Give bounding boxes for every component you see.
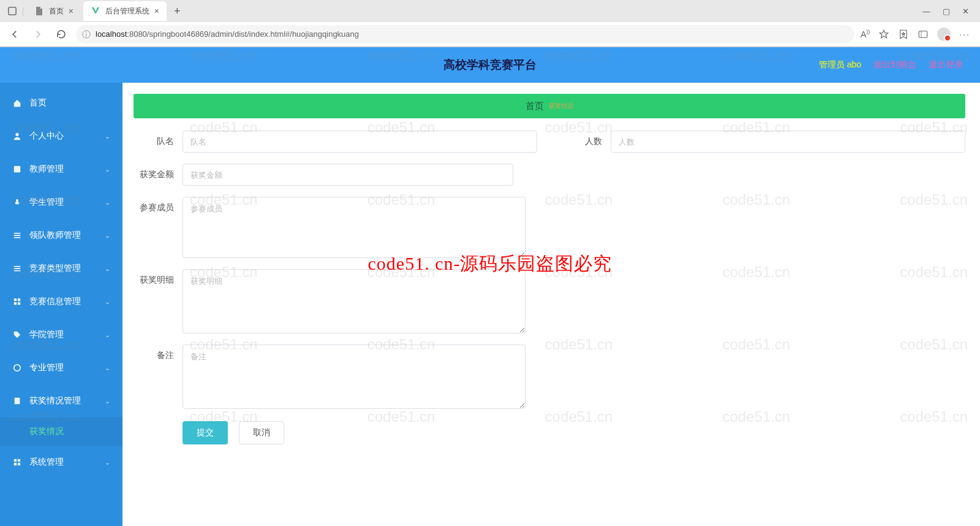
sidebar-item-label: 竞赛类型管理	[29, 263, 81, 274]
label-members: 参赛成员	[134, 197, 183, 213]
refresh-button[interactable]	[53, 26, 70, 43]
input-headcount[interactable]	[611, 131, 965, 153]
field-team-name: 队名	[134, 131, 537, 153]
svg-rect-9	[18, 302, 20, 305]
main-content: 首页 获奖情况 队名 人数 获奖金额	[123, 83, 980, 526]
sidebar-item-label: 获奖情况管理	[29, 395, 81, 406]
textarea-members[interactable]	[183, 197, 526, 258]
tab-title: 首页	[49, 6, 64, 17]
field-members: 参赛成员	[134, 197, 526, 258]
app: 高校学科竞赛平台 管理员 abo 退出到前台 退出登录 首页 个人中心 ⌄ 教师…	[0, 47, 980, 526]
textarea-note[interactable]	[183, 345, 526, 409]
app-header: 高校学科竞赛平台 管理员 abo 退出到前台 退出登录	[0, 47, 980, 83]
window-controls: — ▢ ✕	[922, 7, 975, 16]
field-amount: 获奖金额	[134, 164, 513, 186]
circle-icon	[12, 363, 22, 373]
home-icon	[12, 98, 22, 108]
svg-rect-8	[14, 302, 17, 305]
chevron-down-icon: ⌄	[105, 132, 110, 140]
sidebar-subitem-award-list[interactable]: 获奖情况	[0, 417, 123, 446]
label-note: 备注	[134, 345, 183, 361]
url-box[interactable]: localhost:8080/springboot46869/admin/dis…	[76, 25, 854, 44]
chevron-down-icon: ⌄	[105, 166, 110, 173]
sidebar-item-label: 领队教师管理	[29, 230, 81, 241]
app-title: 高校学科竞赛平台	[443, 57, 537, 73]
close-window-icon[interactable]: ✕	[962, 7, 969, 16]
address-bar: localhost:8080/springboot46869/admin/dis…	[0, 22, 980, 47]
profile-avatar[interactable]	[937, 28, 951, 41]
breadcrumb-root[interactable]: 首页	[526, 101, 544, 112]
label-team-name: 队名	[134, 131, 183, 147]
logout-link[interactable]: 退出登录	[929, 59, 963, 71]
more-icon[interactable]: ···	[959, 29, 970, 39]
textarea-detail[interactable]	[183, 269, 526, 334]
chevron-down-icon: ⌄	[105, 459, 110, 467]
browser-tab-1[interactable]: 后台管理系统 ×	[83, 1, 167, 21]
list-icon	[12, 264, 22, 273]
svg-rect-6	[14, 299, 17, 301]
sidebar-item-label: 竞赛信息管理	[29, 296, 81, 307]
close-icon[interactable]: ×	[154, 6, 159, 16]
vue-icon	[91, 6, 100, 16]
back-button[interactable]	[6, 26, 23, 43]
page-icon	[34, 6, 44, 16]
maximize-icon[interactable]: ▢	[943, 7, 950, 16]
sidebar: 首页 个人中心 ⌄ 教师管理 ⌄ 学生管理 ⌄ 领队教师管理 ⌄	[0, 83, 123, 526]
chevron-down-icon: ⌄	[105, 298, 110, 306]
svg-rect-0	[9, 7, 16, 15]
list-icon	[12, 231, 22, 240]
submit-button[interactable]: 提交	[183, 421, 228, 444]
favorites-icon[interactable]	[898, 29, 909, 40]
input-amount[interactable]	[183, 164, 513, 186]
chevron-down-icon: ⌄	[105, 364, 110, 372]
sidebar-item-major[interactable]: 专业管理 ⌄	[0, 351, 123, 384]
tab-bar: | 首页 × 后台管理系统 × + — ▢ ✕	[0, 0, 980, 22]
sidebar-item-label: 学生管理	[29, 197, 64, 208]
tab-overview-icon[interactable]	[5, 4, 20, 18]
svg-rect-12	[14, 459, 17, 462]
chevron-down-icon: ⌄	[105, 397, 110, 405]
forward-button[interactable]	[29, 26, 47, 43]
url-host: localhost	[96, 29, 127, 39]
sidebar-item-label: 学院管理	[29, 329, 64, 340]
chevron-down-icon: ⌄	[105, 265, 110, 273]
label-amount: 获奖金额	[134, 164, 183, 180]
collections-icon[interactable]	[918, 29, 929, 40]
label-detail: 获奖明细	[134, 269, 183, 286]
info-icon	[82, 30, 91, 39]
sidebar-item-comp-info[interactable]: 竞赛信息管理 ⌄	[0, 285, 123, 318]
field-note: 备注	[134, 345, 526, 409]
star-icon[interactable]	[878, 29, 889, 40]
browser-tab-0[interactable]: 首页 ×	[27, 1, 81, 21]
admin-label[interactable]: 管理员 abo	[819, 59, 861, 71]
user-icon	[12, 131, 22, 141]
sidebar-item-lead-teacher[interactable]: 领队教师管理 ⌄	[0, 219, 123, 252]
sidebar-item-college[interactable]: 学院管理 ⌄	[0, 318, 123, 351]
sidebar-item-label: 个人中心	[29, 131, 64, 142]
goto-front-link[interactable]: 退出到前台	[873, 59, 916, 71]
sidebar-item-comp-type[interactable]: 竞赛类型管理 ⌄	[0, 252, 123, 285]
award-form: 队名 人数 获奖金额 参赛成员	[134, 131, 965, 444]
new-tab-button[interactable]: +	[169, 5, 186, 18]
svg-rect-14	[14, 463, 17, 465]
svg-rect-15	[18, 463, 20, 465]
sidebar-item-award[interactable]: 获奖情况管理 ⌄	[0, 384, 123, 417]
read-aloud-icon[interactable]: A))	[861, 29, 870, 39]
close-icon[interactable]: ×	[69, 6, 74, 16]
minimize-icon[interactable]: —	[922, 7, 930, 16]
label-headcount: 人数	[562, 131, 611, 147]
chevron-down-icon: ⌄	[105, 232, 110, 240]
grid-icon	[12, 297, 22, 307]
sidebar-item-home[interactable]: 首页	[0, 86, 123, 120]
cancel-button[interactable]: 取消	[239, 421, 284, 444]
svg-rect-4	[14, 166, 21, 173]
breadcrumb-current: 获奖情况	[549, 102, 573, 110]
input-team-name[interactable]	[183, 131, 537, 153]
sidebar-item-personal[interactable]: 个人中心 ⌄	[0, 120, 123, 153]
sidebar-item-student[interactable]: 学生管理 ⌄	[0, 186, 123, 219]
sidebar-item-label: 教师管理	[29, 164, 64, 175]
svg-rect-7	[18, 299, 20, 301]
sidebar-item-teacher[interactable]: 教师管理 ⌄	[0, 153, 123, 186]
sidebar-item-system[interactable]: 系统管理 ⌄	[0, 446, 123, 479]
grid-icon	[12, 457, 22, 467]
